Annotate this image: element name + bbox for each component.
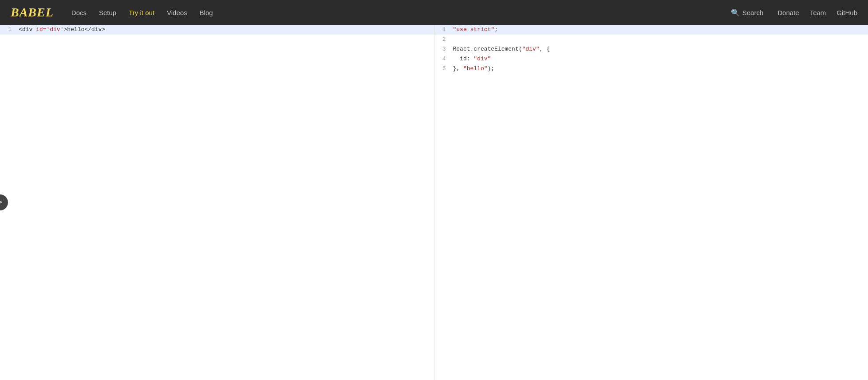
right-line-content-5: }, "hello"); [451, 64, 495, 74]
right-line-content-4: id: "div" [451, 54, 491, 64]
right-line-number-3: 3 [434, 44, 451, 54]
nav-try-it-out[interactable]: Try it out [129, 9, 154, 16]
right-line-number-5: 5 [434, 64, 451, 74]
right-line-5: 5 }, "hello"); [434, 64, 868, 74]
left-line-content-1: <div id='div'>hello</div> [17, 25, 105, 35]
logo-container: BABEL [11, 5, 54, 20]
right-line-3: 3 React.createElement("div", { [434, 44, 868, 54]
right-line-4: 4 id: "div" [434, 54, 868, 64]
navbar-right: 🔍 Search Donate Team GitHub [727, 7, 857, 19]
search-label: Search [742, 9, 764, 16]
right-code-area[interactable]: 1 "use strict"; 2 3 React.createElement(… [434, 25, 868, 380]
search-button[interactable]: 🔍 Search [727, 7, 767, 19]
left-code-area[interactable]: 1 <div id='div'>hello</div> [0, 25, 434, 380]
nav-setup[interactable]: Setup [99, 9, 116, 16]
right-line-content-1: "use strict"; [451, 25, 498, 35]
right-editor[interactable]: 1 "use strict"; 2 3 React.createElement(… [434, 25, 868, 380]
nav-github[interactable]: GitHub [836, 9, 857, 16]
nav-videos[interactable]: Videos [167, 9, 187, 16]
left-editor[interactable]: 1 <div id='div'>hello</div> > [0, 25, 434, 380]
right-line-1: 1 "use strict"; [434, 25, 868, 35]
right-line-number-4: 4 [434, 54, 451, 64]
nav-team[interactable]: Team [810, 9, 826, 16]
left-line-number-1: 1 [0, 25, 17, 35]
right-line-number-2: 2 [434, 35, 451, 44]
navbar: BABEL Docs Setup Try it out Videos Blog … [0, 0, 868, 25]
nav-docs[interactable]: Docs [71, 9, 87, 16]
nav-blog[interactable]: Blog [200, 9, 213, 16]
babel-logo[interactable]: BABEL [11, 5, 54, 19]
search-icon: 🔍 [731, 8, 740, 17]
right-line-content-3: React.createElement("div", { [451, 44, 550, 54]
right-line-number-1: 1 [434, 25, 451, 35]
left-line-1: 1 <div id='div'>hello</div> [0, 25, 434, 35]
nav-donate[interactable]: Donate [777, 9, 799, 16]
right-line-2: 2 [434, 35, 868, 44]
editor-container: 1 <div id='div'>hello</div> > 1 "use str… [0, 25, 868, 380]
nav-links: Docs Setup Try it out Videos Blog [71, 9, 727, 16]
